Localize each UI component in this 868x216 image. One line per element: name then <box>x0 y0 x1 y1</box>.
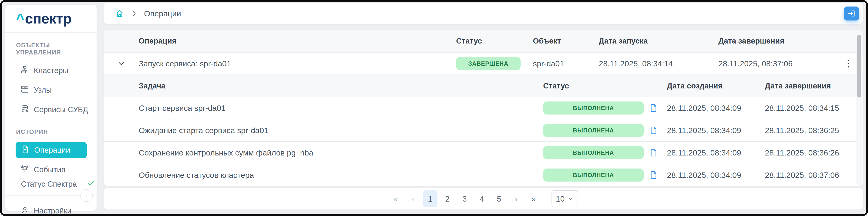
task-status-badge: ВЫПОЛНЕНА <box>543 124 644 137</box>
task-created-date: 28.11.2025, 08:34:09 <box>667 103 765 113</box>
chevron-left-icon <box>83 192 90 199</box>
breadcrumb: Операции <box>144 9 181 18</box>
col-start-date: Дата запуска <box>599 36 718 45</box>
chevron-right-icon <box>130 10 137 17</box>
task-status-badge: ВЫПОЛНЕНА <box>543 168 644 182</box>
operations-header-row: Операция Статус Объект Дата запуска Дата… <box>103 30 863 52</box>
task-status-badge: ВЫПОЛНЕНА <box>543 146 644 159</box>
task-log-file-icon[interactable] <box>649 148 658 157</box>
sidebar-item-label: Операции <box>34 146 70 155</box>
page-button-3[interactable]: 3 <box>458 190 472 207</box>
sidebar-item-operations[interactable]: Операции <box>16 142 87 158</box>
pagination-bar: « ‹ 1 2 3 4 5 › » 10 <box>103 188 863 210</box>
task-created-date: 28.11.2025, 08:34:09 <box>667 148 765 157</box>
task-log-file-icon[interactable] <box>649 171 658 180</box>
page-button-4[interactable]: 4 <box>475 190 489 207</box>
page-button-1[interactable]: 1 <box>423 190 437 207</box>
login-button[interactable] <box>844 6 859 21</box>
task-log-file-icon[interactable] <box>649 103 658 113</box>
task-created-date: 28.11.2025, 08:34:09 <box>667 171 765 180</box>
operations-table: Операция Статус Объект Дата запуска Дата… <box>103 30 863 186</box>
sidebar-item-label: Узлы <box>34 86 52 94</box>
window-frame: ^спектр ОБЪЕКТЫ УПРАВЛЕНИЯ Кластеры Узлы… <box>0 0 868 216</box>
sidebar-section-objects: ОБЪЕКТЫ УПРАВЛЕНИЯ <box>16 42 97 56</box>
last-page-button[interactable]: » <box>526 190 541 207</box>
collapse-row-chevron-icon[interactable] <box>117 59 126 68</box>
sidebar-item-nodes[interactable]: Узлы <box>5 80 97 100</box>
operation-status-badge: ЗАВЕРШЕНА <box>456 57 521 70</box>
sidebar-item-spektr-status[interactable]: Статус Спектра <box>5 177 97 191</box>
col-operation: Операция <box>139 36 456 45</box>
task-finished-date: 28.11.2025, 08:36:26 <box>765 148 863 157</box>
chevron-down-icon <box>567 196 574 202</box>
task-created-date: 28.11.2025, 08:34:09 <box>667 126 765 135</box>
task-row: Обновление статусов кластера ВЫПОЛНЕНА 2… <box>103 164 863 186</box>
task-row: Сохранение контрольных сумм файлов pg_hb… <box>103 141 863 164</box>
col-task: Задача <box>139 82 543 90</box>
task-status-badge: ВЫПОЛНЕНА <box>543 101 644 115</box>
operation-finish-date: 28.11.2025, 08:37:06 <box>718 59 843 68</box>
vertical-scrollbar <box>856 30 862 185</box>
sidebar-item-label: Настройки <box>34 207 71 214</box>
logo-caret: ^ <box>16 10 24 27</box>
sidebar-divider <box>5 195 97 195</box>
page-size-value: 10 <box>556 194 565 204</box>
task-row: Ожидание старта сервиса spr-da01 ВЫПОЛНЕ… <box>103 119 863 141</box>
database-gear-icon <box>21 104 29 115</box>
row-menu-kebab-icon[interactable] <box>844 58 853 69</box>
page-button-2[interactable]: 2 <box>440 190 455 207</box>
col-task-status: Статус <box>543 82 667 90</box>
operation-name: Запуск сервиса: spr-da01 <box>139 59 456 68</box>
sidebar-item-clusters[interactable]: Кластеры <box>5 61 97 80</box>
sidebar-item-label: Сервисы СУБД <box>34 105 88 114</box>
sidebar-section-history: ИСТОРИЯ <box>16 128 97 135</box>
sidebar-collapse-button[interactable] <box>80 189 93 202</box>
col-object: Объект <box>533 36 599 45</box>
person-icon <box>21 206 29 214</box>
page-button-5[interactable]: 5 <box>492 190 506 207</box>
task-finished-date: 28.11.2025, 08:34:15 <box>765 103 863 113</box>
page-size-select[interactable]: 10 <box>552 190 578 207</box>
task-finished-date: 28.11.2025, 08:37:06 <box>765 171 863 180</box>
logo-text: спектр <box>25 10 71 27</box>
operation-object: spr-da01 <box>533 59 599 68</box>
scrollbar-thumb[interactable] <box>857 35 861 97</box>
first-page-button[interactable]: « <box>389 190 403 207</box>
task-name: Ожидание старта сервиса spr-da01 <box>139 126 543 135</box>
operation-row: Запуск сервиса: spr-da01 ЗАВЕРШЕНА spr-d… <box>103 52 863 74</box>
col-task-finished: Дата завершения <box>765 82 863 90</box>
app-logo: ^спектр <box>5 5 97 33</box>
prev-page-button[interactable]: ‹ <box>406 190 420 207</box>
sidebar-item-settings[interactable]: Настройки <box>5 201 97 214</box>
app-background: ^спектр ОБЪЕКТЫ УПРАВЛЕНИЯ Кластеры Узлы… <box>2 2 866 214</box>
status-ok-check-icon <box>87 179 95 189</box>
task-name: Сохранение контрольных сумм файлов pg_hb… <box>139 148 543 157</box>
sidebar-item-label: Статус Спектра <box>21 180 77 188</box>
task-name: Обновление статусов кластера <box>139 171 543 180</box>
task-finished-date: 28.11.2025, 08:36:25 <box>765 126 863 135</box>
sidebar-item-events[interactable]: События <box>5 162 97 177</box>
bell-icon <box>21 164 29 175</box>
login-icon <box>847 9 856 18</box>
breadcrumb-bar: Операции <box>103 3 863 24</box>
tasks-body: Старт сервиса spr-da01 ВЫПОЛНЕНА 28.11.2… <box>103 97 863 186</box>
operation-start-date: 28.11.2025, 08:34:14 <box>599 59 718 68</box>
nodes-icon <box>21 85 29 95</box>
sidebar-item-label: События <box>34 165 65 174</box>
col-status: Статус <box>456 36 533 45</box>
next-page-button[interactable]: › <box>509 190 524 207</box>
tasks-header-row: Задача Статус Дата создания Дата заверше… <box>103 74 863 97</box>
sidebar-item-db-services[interactable]: Сервисы СУБД <box>5 100 97 119</box>
cluster-icon <box>21 65 29 76</box>
task-log-file-icon[interactable] <box>649 126 658 135</box>
sidebar: ^спектр ОБЪЕКТЫ УПРАВЛЕНИЯ Кластеры Узлы… <box>5 5 97 211</box>
document-icon <box>21 145 30 155</box>
task-name: Старт сервиса spr-da01 <box>139 103 543 113</box>
col-task-created: Дата создания <box>667 82 765 90</box>
col-finish-date: Дата завершения <box>718 36 843 45</box>
task-row: Старт сервиса spr-da01 ВЫПОЛНЕНА 28.11.2… <box>103 97 863 119</box>
sidebar-item-label: Кластеры <box>34 66 68 75</box>
home-icon[interactable] <box>115 9 124 18</box>
